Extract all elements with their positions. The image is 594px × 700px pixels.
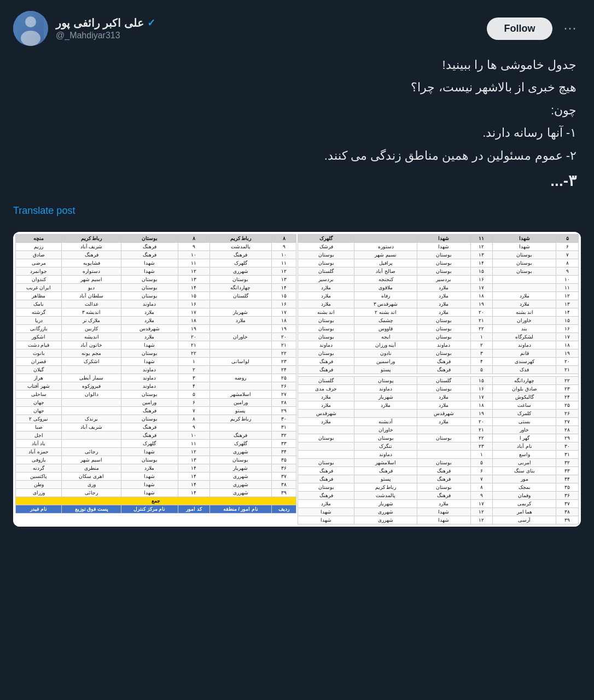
table-row: ملاردشهریارملارد۱۷کربمی۳۷ bbox=[298, 499, 579, 508]
tweet-line-5: ۲- عموم مسئولین در همین مناطق زندگی می ک… bbox=[13, 145, 576, 166]
table-row: بازوفیاسیم شهربوستان۱۳بوستان۳۵ bbox=[16, 456, 296, 464]
tweet-line-3: چون: bbox=[13, 100, 576, 120]
tweet-line-6: ۳-... bbox=[13, 168, 576, 194]
right-table: گلهرک شهدا ۱۱ شهدا ۵ فرشکدستورهشهدا۱۲شهد… bbox=[298, 234, 579, 524]
col-header bbox=[354, 234, 417, 242]
translate-link[interactable]: Translate post bbox=[13, 205, 75, 217]
table-row: گیلاندماوند۲۲۴ bbox=[16, 365, 296, 374]
table-row: بوستاننسیم شهربوستان۱۳بوستان۷ bbox=[298, 250, 579, 259]
table-row: فرهنگپستوفرهنگ۷مور۳۴ bbox=[298, 475, 579, 483]
col-header: شهدا bbox=[493, 234, 556, 242]
table-row: گرشتهاندیشه ۳ملارد۱۷شهریار۱۷ bbox=[16, 308, 296, 316]
col-header: بوستان bbox=[121, 234, 178, 242]
sum-label: جمع bbox=[16, 497, 296, 505]
table-column-headers: نام فیدر پست فوق توزیع نام مرکز کنترل کد… bbox=[16, 505, 296, 513]
table-row-sum: جمع bbox=[16, 497, 296, 505]
table-row: شهداشهرریشهدا۱۲هما امر۳۸ bbox=[298, 508, 579, 516]
avatar-image bbox=[13, 11, 48, 46]
table-row: ملاردملاردملارد۱۸ساعت۲۵ bbox=[298, 401, 579, 409]
col-header: ۱۱ bbox=[470, 234, 493, 242]
table-row: فرهنگفرهنگفرهنگ۶بنای سنگ۳۳ bbox=[298, 466, 579, 475]
user-info: ✓ علی اکبر رائفی پور @_Mahdiyar313 bbox=[13, 11, 155, 46]
col-header: رباط کریم bbox=[62, 234, 121, 242]
table-row: بوستانایجهبوستان۱لشکرگاه۱۷ bbox=[298, 332, 579, 341]
table-row: بوستانچشمکبوستان۲۱خاوران۱۵ bbox=[298, 316, 579, 324]
table-row: جوانمرددستوارهشهدا۱۲شهرری۱۲ bbox=[16, 267, 296, 275]
table-row: اجلفرهنگ۱۰فرهنگ۳۲ bbox=[16, 431, 296, 439]
table-image: منچه رباط کریم بوستان ۸ رباط کریم ۸ رزیم… bbox=[13, 232, 581, 527]
table-row: اند بشنهاند بشنه ۲ملارد۲۰اند بشنه۱۴ bbox=[298, 308, 579, 316]
table-row: بوستانپرافیلبوستان۱۴بوستان۸ bbox=[298, 259, 579, 267]
follow-button[interactable]: Follow bbox=[487, 18, 552, 40]
table-row: ملاردرفاهملارد۱۸ملارد۱۲ bbox=[298, 291, 579, 300]
table-row: ملاردشهریارملارد۱۷گالیکوش۲۴ bbox=[298, 393, 579, 401]
tweet-line-2: هیچ خبری از بالاشهر نیست، چرا؟ bbox=[13, 77, 576, 97]
table-row: باد آبادگلهرک۱۱گلهرک۳۳ bbox=[16, 439, 296, 447]
table-row: گردنهمنطریملارد۱۴شهریار۳۶ bbox=[16, 464, 296, 472]
table-row: بوستاناسلامشهربوستان۵امربی۳۲ bbox=[298, 458, 579, 466]
tweet-line-4: ۱- آنها رسانه دارند. bbox=[13, 122, 576, 143]
user-text-block: ✓ علی اکبر رائفی پور @_Mahdiyar313 bbox=[56, 16, 155, 40]
table-row: مظاهرسلطان آبادبوستان۱۵گلستان۱۵ bbox=[16, 291, 296, 300]
table-row: جهانفرهنگ۷پستو۲۹ bbox=[16, 406, 296, 415]
table-row: بوستاننادونبوستان۳قانم۱۹ bbox=[298, 349, 579, 357]
table-row: دریاملارک نرملارد۱۸ملارد۱۸ bbox=[16, 316, 296, 324]
table-row: بامکعدالتدماوند۱۶۱۶ bbox=[16, 300, 296, 308]
table-row: کندواناسیم شهربوستان۱۳بوستان۱۳ bbox=[16, 275, 296, 283]
table-row: ساحلیدالوانبوستان۵اسلامشهر۲۷ bbox=[16, 390, 296, 398]
table-row: صباشریف آبادفرهنگ۹۳۱ bbox=[16, 423, 296, 431]
username: @_Mahdiyar313 bbox=[56, 31, 155, 40]
table-row: فرهنگپالمدشتفرهنگ۹وفمان۳۶ bbox=[298, 491, 579, 499]
table-row: پاکنسیناهری سکانشهدا۱۴شهرری۳۷ bbox=[16, 472, 296, 480]
verified-badge: ✓ bbox=[147, 17, 155, 29]
table-row: بازرگانیکاربینشهرقدس۱۹۱۹ bbox=[16, 324, 296, 332]
table-row: شهر آفتابفیروزکوهدماوند۴۲۶ bbox=[16, 382, 296, 390]
table-row: وزرایرجائیشهدا۱۴شهرری۳۹ bbox=[16, 488, 296, 497]
table-row: ملاردآدبشنهملارد۲۰بستی۲۷ bbox=[298, 417, 579, 425]
col-header: رباط کریم bbox=[209, 234, 271, 242]
tweet-line-1: جدول خاموشی ها را ببینید! bbox=[13, 55, 576, 75]
col-header: ۸ bbox=[178, 234, 209, 242]
table-row: جهانورامین۶ورامین۲۸ bbox=[16, 398, 296, 406]
col-header: گلهرک bbox=[298, 234, 354, 242]
tweet-body: جدول خاموشی ها را ببینید! هیچ خبری از با… bbox=[13, 55, 581, 194]
table-row: فرشکدستورهشهدا۱۲شهدا۶ bbox=[298, 242, 579, 250]
table-row: بوستانقاووسبوستان۲۲بند۱۶ bbox=[298, 324, 579, 332]
table-row: گلستانصالح آبادبوستان۱۵بوستان۹ bbox=[298, 267, 579, 275]
table-row: مرضیفشاپویهشهدا۱۱گلهرک۱۱ bbox=[16, 259, 296, 267]
table-row: جرف مدیدماوندبوستان۱۶صادق بلوان۲۳ bbox=[298, 384, 579, 393]
left-table: منچه رباط کریم بوستان ۸ رباط کریم ۸ رزیم… bbox=[15, 234, 296, 524]
table-row: شهرقدسشهرقدس۱۹کلمرک۲۶ bbox=[298, 409, 579, 417]
table-row: فرهنگوراسمینفرهنگ۴کهرسندی۲۰ bbox=[298, 357, 579, 365]
table-row: هرازسمار آبطیدماوند۳روضه۲۵ bbox=[16, 374, 296, 382]
table-row: گلستانپوستانگلستان۱۵چهاردانگه۲۲ bbox=[298, 376, 579, 384]
right-data-table: گلهرک شهدا ۱۱ شهدا ۵ فرشکدستورهشهدا۱۲شهد… bbox=[298, 234, 579, 524]
table-row: حمزه آبادرجائیشهدا۱۲شهرری۳۴ bbox=[16, 447, 296, 456]
table-row: بانوتمجم یونهبوستان۲۲۲۲ bbox=[16, 349, 296, 357]
name-text: علی اکبر رائفی پور bbox=[56, 16, 144, 30]
table-row: فرهنگپستوفرهنگ۵فدک۲۱ bbox=[298, 365, 579, 374]
table-row: ملاردشهرقدس ۳ملارد۱۹ملارد۱۳ bbox=[298, 300, 579, 308]
svg-rect-3 bbox=[18, 11, 44, 46]
col-header: منچه bbox=[16, 234, 62, 242]
table-row: شهداشهرریشهدا۱۲آرسی۳۹ bbox=[298, 516, 579, 524]
display-name: ✓ علی اکبر رائفی پور bbox=[56, 16, 155, 30]
col-header: ۵ bbox=[556, 234, 579, 242]
more-options-icon[interactable]: ⋯ bbox=[559, 19, 581, 38]
header-actions: Follow ⋯ bbox=[487, 18, 581, 40]
left-data-table: منچه رباط کریم بوستان ۸ رباط کریم ۸ رزیم… bbox=[15, 234, 296, 514]
table-row: بوستانبوستانبوستان۲۲گهر ا۲۹ bbox=[298, 434, 579, 442]
avatar[interactable] bbox=[13, 11, 48, 46]
table-row: اشکوراندیشهملارد۲۰خاوران۲۰ bbox=[16, 332, 296, 341]
table-row: ایران غریبدیوبوستان۱۴چهاردانگه۱۴ bbox=[16, 283, 296, 291]
table-row: وطنوریشهدا۱۴شهرری۳۸ bbox=[16, 480, 296, 488]
table-row: بوستانرباط کریمبوستان۸بمجک۳۵ bbox=[298, 483, 579, 491]
col-header: شهدا bbox=[417, 234, 470, 242]
col-header: ۸ bbox=[272, 234, 296, 242]
table-row: دماوندآینه ورزاندماوند۲دماوند۱۸ bbox=[298, 341, 579, 349]
table-row: صادقفرهنگفرهنگ۱۰فرهنگ۱۰ bbox=[16, 250, 296, 259]
tweet-container: ✓ علی اکبر رائفی پور @_Mahdiyar313 Follo… bbox=[0, 0, 594, 538]
table-row: نیروکی ۲یرندکبوستان۸رباط کریم۳۰ bbox=[16, 415, 296, 423]
table-row: تنگرک۲۳نام آباد۳۰ bbox=[298, 442, 579, 450]
tables-wrapper: منچه رباط کریم بوستان ۸ رباط کریم ۸ رزیم… bbox=[13, 232, 581, 527]
